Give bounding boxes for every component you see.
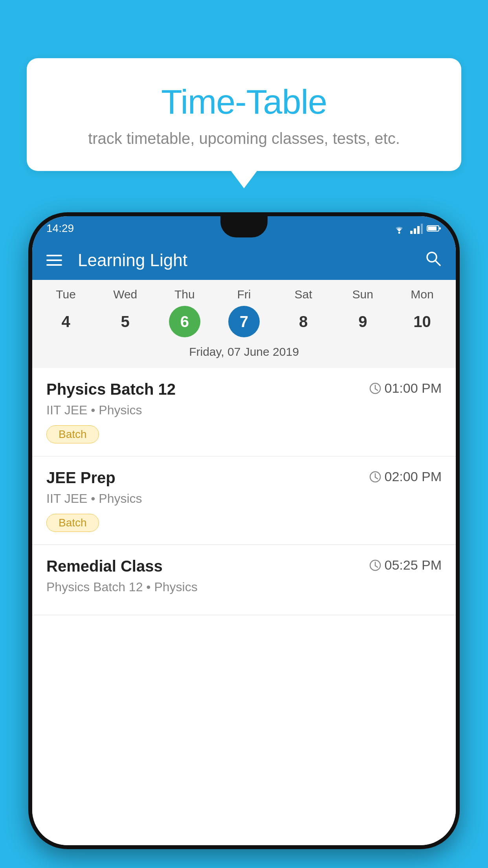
schedule-item[interactable]: Physics Batch 12 01:00 PMIIT JEE • Physi… [32,368,456,456]
day-label: Sat [295,288,312,301]
speech-bubble: Time-Table track timetable, upcoming cla… [27,58,461,171]
day-number[interactable]: 10 [406,306,438,337]
day-label: Mon [411,288,433,301]
svg-rect-1 [410,231,413,234]
clock-icon [369,383,381,394]
day-number[interactable]: 7 [228,306,260,337]
bubble-subtitle: track timetable, upcoming classes, tests… [42,130,446,147]
day-number[interactable]: 9 [347,306,378,337]
screen-area: 14:29 [32,216,456,845]
svg-point-0 [398,232,400,234]
day-row: Tue4Wed5Thu6Fri7Sat8Sun9Mon10 [32,288,456,337]
schedule-item-time: 05:25 PM [369,557,442,573]
svg-rect-6 [428,226,437,230]
phone-inner: 14:29 [32,216,456,845]
day-cell[interactable]: Mon10 [394,288,449,337]
schedule-item[interactable]: JEE Prep 02:00 PMIIT JEE • PhysicsBatch [32,456,456,545]
notch [220,216,268,237]
day-label: Tue [56,288,76,301]
schedule-item-subtitle: Physics Batch 12 • Physics [46,580,442,594]
batch-tag: Batch [46,514,99,532]
day-label: Wed [113,288,137,301]
signal-icon [410,223,423,234]
svg-rect-3 [417,226,420,234]
speech-bubble-container: Time-Table track timetable, upcoming cla… [27,58,461,171]
phone-frame: 14:29 [28,212,460,849]
wifi-icon [392,223,406,234]
schedule-item-title: Remedial Class [46,557,163,575]
hamburger-icon[interactable] [46,255,62,266]
schedule-item-subtitle: IIT JEE • Physics [46,403,442,417]
day-cell[interactable]: Wed5 [98,288,153,337]
day-number[interactable]: 5 [110,306,141,337]
calendar-date-label: Friday, 07 June 2019 [32,341,456,364]
app-title: Learning Light [74,250,413,270]
svg-line-15 [375,477,378,479]
day-number[interactable]: 8 [288,306,319,337]
schedule-item-time: 01:00 PM [369,381,442,396]
clock-icon [369,471,381,483]
schedule-item-time: 02:00 PM [369,469,442,484]
svg-rect-2 [414,228,416,234]
batch-tag: Batch [46,425,99,443]
status-time: 14:29 [46,222,74,235]
svg-line-12 [375,389,378,390]
day-cell[interactable]: Sun9 [335,288,390,337]
status-bar: 14:29 [32,216,456,241]
day-cell[interactable]: Thu6 [157,288,212,337]
battery-icon [427,224,442,232]
clock-icon [369,559,381,571]
svg-rect-7 [439,227,441,230]
svg-rect-4 [421,224,423,234]
schedule-item-title: JEE Prep [46,469,116,487]
day-label: Fri [237,288,251,301]
day-cell[interactable]: Sat8 [276,288,331,337]
day-label: Thu [174,288,195,301]
schedule-item[interactable]: Remedial Class 05:25 PMPhysics Batch 12 … [32,545,456,615]
day-cell[interactable]: Tue4 [39,288,94,337]
day-cell[interactable]: Fri7 [216,288,272,337]
schedule-item-title: Physics Batch 12 [46,381,176,398]
day-label: Sun [352,288,373,301]
schedule-content: Physics Batch 12 01:00 PMIIT JEE • Physi… [32,368,456,845]
schedule-item-subtitle: IIT JEE • Physics [46,491,442,506]
day-number[interactable]: 4 [50,306,82,337]
app-bar: Learning Light [32,241,456,280]
svg-line-18 [375,566,378,567]
svg-line-9 [435,261,440,265]
search-icon[interactable] [424,250,442,271]
calendar-strip: Tue4Wed5Thu6Fri7Sat8Sun9Mon10 Friday, 07… [32,280,456,368]
status-icons [392,223,442,234]
bubble-title: Time-Table [42,82,446,122]
day-number[interactable]: 6 [169,306,200,337]
